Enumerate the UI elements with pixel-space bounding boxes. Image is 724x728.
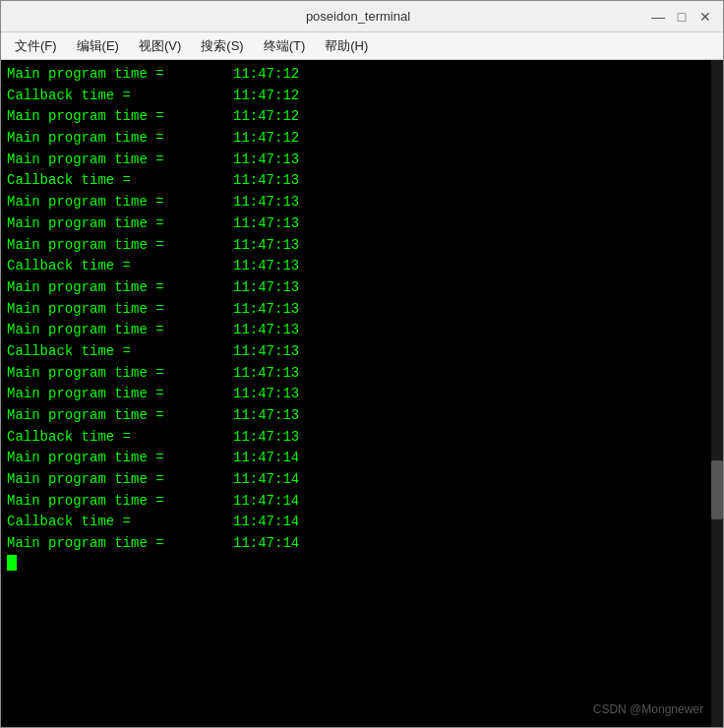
terminal-line: Main program time =11:47:13 [7,213,717,235]
line-value: 11:47:13 [233,277,299,299]
terminal-line: Callback time =11:47:13 [7,170,717,192]
line-label: Callback time = [7,427,233,449]
line-value: 11:47:12 [233,86,299,107]
scrollbar-thumb[interactable] [711,460,723,519]
line-value: 11:47:13 [233,405,299,427]
terminal-window: poseidon_terminal — □ ✕ 文件(F) 编辑(E) 视图(V… [0,0,724,728]
line-label: Main program time = [7,150,233,171]
terminal-line: Main program time =11:47:13 [7,192,717,213]
line-value: 11:47:14 [233,469,299,491]
terminal-line: Main program time =11:47:12 [7,128,717,150]
line-value: 11:47:13 [233,320,299,341]
menu-help[interactable]: 帮助(H) [315,33,378,59]
terminal-line: Main program time =11:47:14 [7,491,717,513]
line-value: 11:47:13 [233,235,299,257]
line-value: 11:47:13 [233,192,299,213]
terminal-line: Main program time =11:47:13 [7,405,717,427]
terminal-line: Callback time =11:47:12 [7,86,717,107]
terminal-line: Main program time =11:47:13 [7,277,717,299]
terminal-line: Main program time =11:47:13 [7,235,717,257]
title-bar: poseidon_terminal — □ ✕ [1,1,723,32]
line-label: Main program time = [7,363,233,385]
line-value: 11:47:14 [233,491,299,513]
line-value: 11:47:12 [233,64,299,86]
scrollbar[interactable] [711,60,723,727]
terminal-line: Callback time =11:47:13 [7,427,717,449]
terminal-line: Callback time =11:47:13 [7,256,717,277]
maximize-button[interactable]: □ [672,7,692,27]
line-label: Main program time = [7,469,233,491]
menu-file[interactable]: 文件(F) [5,33,67,59]
line-value: 11:47:14 [233,448,299,469]
line-value: 11:47:13 [233,170,299,192]
terminal-line: Main program time =11:47:12 [7,64,717,86]
terminal-line: Main program time =11:47:13 [7,384,717,405]
watermark: CSDN @Mongnewer [593,700,703,719]
line-label: Main program time = [7,448,233,469]
line-label: Callback time = [7,256,233,277]
line-value: 11:47:13 [233,256,299,277]
terminal-line: Callback time =11:47:14 [7,512,717,533]
minimize-button[interactable]: — [648,7,668,27]
cursor-line [7,555,717,571]
line-label: Main program time = [7,533,233,555]
line-label: Main program time = [7,277,233,299]
line-label: Callback time = [7,170,233,192]
line-label: Main program time = [7,320,233,341]
line-value: 11:47:13 [233,299,299,321]
line-label: Main program time = [7,235,233,257]
line-value: 11:47:13 [233,341,299,363]
terminal-line: Main program time =11:47:14 [7,448,717,469]
menu-bar: 文件(F) 编辑(E) 视图(V) 搜索(S) 终端(T) 帮助(H) [1,32,723,60]
terminal-content: Main program time =11:47:12Callback time… [7,64,717,723]
menu-terminal[interactable]: 终端(T) [254,33,316,59]
line-value: 11:47:14 [233,533,299,555]
menu-edit[interactable]: 编辑(E) [67,33,129,59]
line-label: Callback time = [7,86,233,107]
terminal-line: Main program time =11:47:13 [7,363,717,385]
line-label: Callback time = [7,512,233,533]
line-value: 11:47:14 [233,512,299,533]
terminal-cursor [7,555,17,571]
terminal-line: Main program time =11:47:14 [7,469,717,491]
line-value: 11:47:13 [233,427,299,449]
line-label: Main program time = [7,213,233,235]
terminal-line: Main program time =11:47:12 [7,106,717,128]
line-label: Callback time = [7,341,233,363]
line-label: Main program time = [7,64,233,86]
menu-view[interactable]: 视图(V) [129,33,191,59]
window-controls: — □ ✕ [648,7,715,27]
terminal-line: Main program time =11:47:13 [7,299,717,321]
menu-search[interactable]: 搜索(S) [191,33,253,59]
line-value: 11:47:13 [233,150,299,171]
line-value: 11:47:13 [233,213,299,235]
close-button[interactable]: ✕ [695,7,715,27]
line-value: 11:47:12 [233,128,299,150]
window-title: poseidon_terminal [68,9,648,24]
terminal-line: Main program time =11:47:14 [7,533,717,555]
line-label: Main program time = [7,491,233,513]
terminal-line: Callback time =11:47:13 [7,341,717,363]
line-label: Main program time = [7,405,233,427]
line-label: Main program time = [7,384,233,405]
line-label: Main program time = [7,299,233,321]
line-label: Main program time = [7,192,233,213]
line-label: Main program time = [7,106,233,128]
terminal-body[interactable]: Main program time =11:47:12Callback time… [1,60,723,727]
line-value: 11:47:12 [233,106,299,128]
line-value: 11:47:13 [233,384,299,405]
terminal-line: Main program time =11:47:13 [7,320,717,341]
terminal-line: Main program time =11:47:13 [7,150,717,171]
line-label: Main program time = [7,128,233,150]
line-value: 11:47:13 [233,363,299,385]
